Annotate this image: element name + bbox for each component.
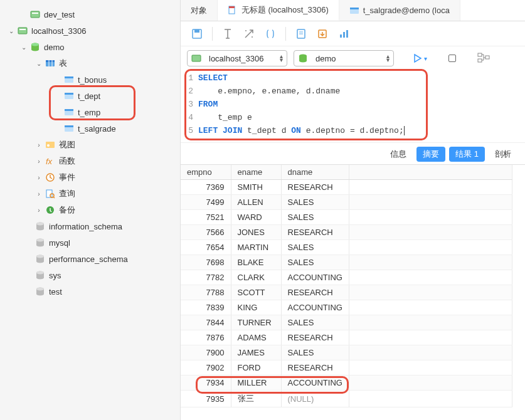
cell-ename[interactable]: CLARK (231, 270, 281, 285)
cell-empno[interactable]: 7844 (181, 315, 231, 330)
tab-table-t_salgrade[interactable]: t_salgrade@demo (loca (339, 0, 460, 21)
cell-empno[interactable]: 7654 (181, 240, 231, 255)
cell-dname[interactable]: SALES (281, 315, 349, 330)
tab-query[interactable]: 无标题 (localhost_3306) (218, 0, 339, 21)
tree-table-t_salgrade[interactable]: t_salgrade (0, 120, 180, 137)
table-row[interactable]: 7844TURNERSALES (181, 315, 512, 330)
table-row[interactable]: 7876ADAMSRESEARCH (181, 330, 512, 345)
column-header-dname[interactable]: dname (281, 165, 349, 180)
tree-tables-folder[interactable]: ⌄ 表 (0, 55, 180, 71)
cell-dname[interactable]: SALES (281, 255, 349, 270)
cell-dname[interactable]: RESEARCH (281, 285, 349, 300)
tree-database-performance_schema[interactable]: performance_schema (0, 251, 180, 267)
cell-empno[interactable]: 7369 (181, 180, 231, 195)
cell-ename[interactable]: JAMES (231, 345, 281, 360)
table-row[interactable]: 7934MILLERACCOUNTING (181, 375, 512, 391)
cell-dname[interactable]: ACCOUNTING (281, 270, 349, 285)
format-button[interactable] (218, 25, 238, 43)
cell-empno[interactable]: 7876 (181, 330, 231, 345)
tree-table-t_bonus[interactable]: t_bonus (0, 71, 180, 88)
cell-dname[interactable]: ACCOUNTING (281, 300, 349, 315)
export-button[interactable] (312, 25, 332, 43)
tree-connection-devtest[interactable]: dev_test (0, 6, 180, 23)
cell-ename[interactable]: KING (231, 300, 281, 315)
cell-empno[interactable]: 7788 (181, 285, 231, 300)
result-tab-profile[interactable]: 剖析 (489, 147, 517, 162)
cell-dname[interactable]: (NULL) (281, 391, 349, 407)
table-row[interactable]: 7839KINGACCOUNTING (181, 300, 512, 315)
cell-ename[interactable]: SCOTT (231, 285, 281, 300)
table-row[interactable]: 7698BLAKESALES (181, 255, 512, 270)
tree-database-information_schema[interactable]: information_schema (0, 218, 180, 234)
explain-button[interactable] (291, 25, 311, 43)
table-row[interactable]: 7935张三(NULL) (181, 391, 512, 407)
cell-ename[interactable]: BLAKE (231, 255, 281, 270)
result-grid[interactable]: empno ename dname 7369SMITHRESEARCH7499A… (181, 165, 512, 407)
cell-dname[interactable]: SALES (281, 210, 349, 225)
cell-ename[interactable]: 张三 (231, 391, 281, 407)
column-header-empno[interactable]: empno (181, 165, 231, 180)
plan-button[interactable] (477, 53, 490, 65)
cell-empno[interactable]: 7900 (181, 345, 231, 360)
cell-ename[interactable]: FORD (231, 360, 281, 375)
save-button[interactable] (187, 25, 207, 43)
tab-objects[interactable]: 对象 (181, 0, 218, 21)
table-row[interactable]: 7788SCOTTRESEARCH (181, 285, 512, 300)
cell-empno[interactable]: 7902 (181, 360, 231, 375)
result-tab-summary[interactable]: 摘要 (416, 147, 445, 162)
table-row[interactable]: 7566JONESRESEARCH (181, 225, 512, 240)
cell-empno[interactable]: 7782 (181, 270, 231, 285)
cell-ename[interactable]: MILLER (231, 375, 281, 391)
result-tab-info[interactable]: 信息 (384, 147, 413, 162)
stop-button[interactable] (448, 55, 456, 62)
tree-functions-folder[interactable]: › fx 函数 (0, 153, 180, 169)
cell-ename[interactable]: MARTIN (231, 240, 281, 255)
tree-table-t_emp[interactable]: t_emp (0, 104, 180, 120)
cell-dname[interactable]: SALES (281, 240, 349, 255)
database-selector[interactable]: demo ▴▾ (294, 50, 394, 66)
table-row[interactable]: 7654MARTINSALES (181, 240, 512, 255)
connection-selector[interactable]: localhost_3306 ▴▾ (187, 50, 287, 66)
brackets-button[interactable] (260, 25, 280, 43)
table-row[interactable]: 7369SMITHRESEARCH (181, 180, 512, 195)
tree-events-folder[interactable]: › 事件 (0, 169, 180, 186)
table-row[interactable]: 7900JAMESSALES (181, 345, 512, 360)
tree-views-folder[interactable]: › 视图 (0, 137, 180, 153)
cell-empno[interactable]: 7521 (181, 210, 231, 225)
table-row[interactable]: 7782CLARKACCOUNTING (181, 270, 512, 285)
sql-editor[interactable]: 12345 SELECT e.empno, e.ename, d.dname F… (181, 70, 525, 142)
cell-ename[interactable]: ALLEN (231, 195, 281, 210)
tree-backups-folder[interactable]: › 备份 (0, 202, 180, 218)
cell-empno[interactable]: 7698 (181, 255, 231, 270)
cell-dname[interactable]: SALES (281, 195, 349, 210)
cell-ename[interactable]: SMITH (231, 180, 281, 195)
chart-button[interactable] (334, 25, 354, 43)
cell-ename[interactable]: WARD (231, 210, 281, 225)
tree-database-demo[interactable]: ⌄ demo (0, 39, 180, 55)
cell-empno[interactable]: 7839 (181, 300, 231, 315)
tree-database-test[interactable]: test (0, 283, 180, 300)
cell-empno[interactable]: 7499 (181, 195, 231, 210)
cell-dname[interactable]: RESEARCH (281, 180, 349, 195)
cell-ename[interactable]: TURNER (231, 315, 281, 330)
cell-dname[interactable]: ACCOUNTING (281, 375, 349, 391)
tree-connection-localhost[interactable]: ⌄ localhost_3306 (0, 23, 180, 39)
cell-ename[interactable]: JONES (231, 225, 281, 240)
cell-dname[interactable]: RESEARCH (281, 225, 349, 240)
tree-table-t_dept[interactable]: t_dept (0, 88, 180, 104)
cell-ename[interactable]: ADAMS (231, 330, 281, 345)
tree-database-sys[interactable]: sys (0, 267, 180, 283)
table-row[interactable]: 7902FORDRESEARCH (181, 360, 512, 375)
table-row[interactable]: 7499ALLENSALES (181, 195, 512, 210)
tree-queries-folder[interactable]: › 查询 (0, 186, 180, 202)
cell-dname[interactable]: RESEARCH (281, 330, 349, 345)
cell-empno[interactable]: 7566 (181, 225, 231, 240)
table-row[interactable]: 7521WARDSALES (181, 210, 512, 225)
cell-dname[interactable]: RESEARCH (281, 360, 349, 375)
cell-empno[interactable]: 7935 (181, 391, 231, 407)
cell-dname[interactable]: SALES (281, 345, 349, 360)
tree-database-mysql[interactable]: mysql (0, 234, 180, 251)
beautify-button[interactable] (239, 25, 259, 43)
cell-empno[interactable]: 7934 (181, 375, 231, 391)
run-query-button[interactable]: ▾ (413, 53, 427, 63)
